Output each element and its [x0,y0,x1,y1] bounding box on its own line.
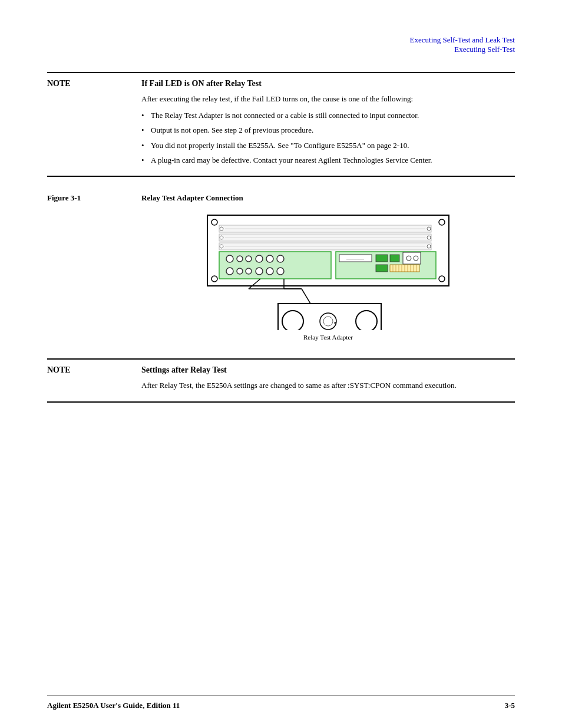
list-item: Output is not open. See step 2 of previo… [141,124,515,136]
footer-title: Agilent E5250A User's Guide, Edition 11 [47,701,180,710]
figure-section: Figure 3-1 Relay Test Adapter Connection [47,191,515,347]
note2-section: NOTE Settings after Relay Test After Rel… [47,358,515,403]
list-item: A plug-in card may be defective. Contact… [141,154,515,166]
svg-point-25 [237,268,243,274]
figure-title: Relay Test Adapter Connection [141,193,515,203]
svg-point-37 [414,256,418,261]
svg-point-23 [277,255,284,262]
header-link-1[interactable]: Executing Self-Test and Leak Test [47,35,515,45]
svg-point-12 [427,236,431,239]
svg-point-26 [246,268,252,274]
note2-content: Settings after Relay Test After Relay Te… [141,365,515,396]
note1-list: The Relay Test Adapter is not connected … [141,110,515,166]
page: Executing Self-Test and Leak Test Execut… [0,0,562,728]
svg-rect-38 [376,265,388,272]
svg-line-53 [302,289,310,304]
svg-point-36 [406,256,411,261]
svg-point-7 [220,227,223,230]
note1-intro: After executing the relay test, if the F… [141,93,515,105]
footer: Agilent E5250A User's Guide, Edition 11 … [47,696,515,710]
svg-point-3 [211,276,217,282]
list-item: The Relay Test Adapter is not connected … [141,110,515,121]
svg-point-1 [211,219,217,225]
note1-content: If Fail LED is ON after Relay Test After… [141,79,515,170]
device-svg: —————— [201,212,455,330]
svg-point-28 [266,268,273,275]
svg-rect-33 [376,255,388,262]
header-links: Executing Self-Test and Leak Test Execut… [47,35,515,54]
figure-label: Figure 3-1 [47,193,141,347]
svg-point-18 [226,255,233,262]
list-item: You did not properly install the E5255A.… [141,140,515,151]
header-link-2[interactable]: Executing Self-Test [47,45,515,54]
svg-point-15 [220,245,223,248]
svg-point-8 [427,227,431,230]
footer-page: 3-5 [505,701,515,710]
note2-title: Settings after Relay Test [141,365,515,375]
svg-point-55 [282,311,303,330]
svg-point-59 [356,311,377,330]
svg-point-2 [439,219,445,225]
svg-point-27 [256,268,263,275]
note2-text: After Relay Test, the E5250A settings ar… [141,380,515,391]
figure-content: Relay Test Adapter Connection [141,193,515,347]
svg-text:■: ■ [334,321,336,325]
svg-point-11 [220,236,223,239]
svg-point-22 [266,255,273,262]
adapter-label: Relay Test Adapter [303,334,353,341]
svg-point-29 [277,268,284,275]
figure-diagram: —————— [141,212,515,341]
svg-rect-17 [219,252,331,279]
svg-point-57 [323,317,333,326]
note1-label: NOTE [47,79,141,170]
svg-point-21 [256,255,263,262]
svg-point-16 [427,245,431,248]
svg-point-19 [237,256,243,262]
note2-label: NOTE [47,365,141,396]
note1-title: If Fail LED is ON after Relay Test [141,79,515,88]
note1-section: NOTE If Fail LED is ON after Relay Test … [47,72,515,177]
svg-point-4 [439,276,445,282]
svg-point-24 [226,268,233,275]
svg-rect-34 [390,255,399,262]
svg-point-20 [246,256,252,262]
svg-text:——————: —————— [346,258,365,261]
